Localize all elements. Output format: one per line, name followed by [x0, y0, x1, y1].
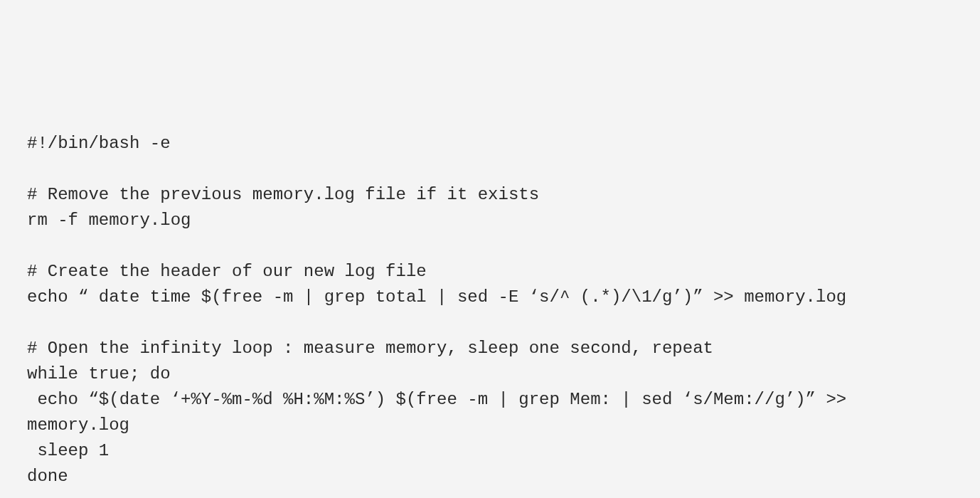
code-line: rm -f memory.log — [27, 208, 953, 233]
blank-line — [27, 233, 953, 259]
code-line: while true; do — [27, 361, 953, 387]
code-block: #!/bin/bash -e# Remove the previous memo… — [27, 131, 953, 489]
code-line: sleep 1 — [27, 438, 953, 464]
blank-line — [27, 310, 953, 336]
code-line: #!/bin/bash -e — [27, 131, 953, 157]
code-line: # Remove the previous memory.log file if… — [27, 182, 953, 208]
code-line: echo “ date time $(free -m | grep total … — [27, 285, 953, 310]
blank-line — [27, 157, 953, 182]
code-line: echo “$(date ‘+%Y-%m-%d %H:%M:%S’) $(fre… — [27, 387, 953, 438]
code-line: done — [27, 464, 953, 489]
code-line: # Create the header of our new log file — [27, 259, 953, 285]
code-line: # Open the infinity loop : measure memor… — [27, 336, 953, 361]
